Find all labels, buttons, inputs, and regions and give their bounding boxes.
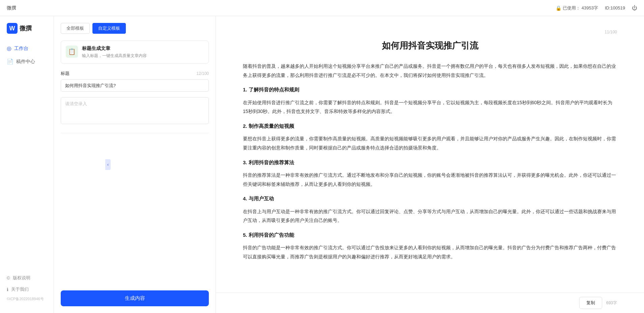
tab-all-templates[interactable]: 全部模板 <box>61 23 90 34</box>
about-label: 关于我们 <box>11 286 29 292</box>
content-area: ‹ 全部模板 自定义模板 📋 标题生成文章 输入标题，一键生成高质量文章内容 标… <box>54 16 644 313</box>
article-heading: 3. 利用抖音的推荐算法 <box>243 158 617 168</box>
left-panel: 全部模板 自定义模板 📋 标题生成文章 输入标题，一键生成高质量文章内容 标题 … <box>54 16 216 313</box>
article-content: 11/100 如何用抖音实现推广引流 随着抖音的普及，越来越多的人开始利用这个短… <box>216 16 644 292</box>
usage-count: 43953字 <box>582 5 598 11</box>
sidebar: W 微撰 ◎ 工作台 📄 稿件中心 © 版权说明 ℹ <box>0 16 54 313</box>
template-card[interactable]: 📋 标题生成文章 输入标题，一键生成高质量文章内容 <box>61 40 209 64</box>
article-heading: 5. 利用抖音的广告功能 <box>243 230 617 240</box>
article-paragraph: 要想在抖音上获得更多的流量，你需要制作高质量的短视频。高质量的短视频能够吸引更多… <box>243 134 617 152</box>
sidebar-bottom: © 版权说明 ℹ 关于我们 ©ICP备2022018946号 <box>0 272 54 306</box>
topbar-id: ID:100519 <box>605 5 625 10</box>
usage-label: 已使用： <box>563 5 580 11</box>
template-tabs: 全部模板 自定义模板 <box>61 23 209 34</box>
sidebar-item-about[interactable]: ℹ 关于我们 <box>0 284 54 295</box>
template-desc: 输入标题，一键生成高质量文章内容 <box>82 53 204 59</box>
sidebar-item-workspace[interactable]: ◎ 工作台 <box>0 42 54 55</box>
icp-text: ©ICP备2022018946号 <box>0 295 54 303</box>
tab-custom-templates[interactable]: 自定义模板 <box>92 23 126 34</box>
article-title: 如何用抖音实现推广引流 <box>243 40 617 52</box>
power-icon[interactable]: ⏻ <box>632 5 637 11</box>
usage-icon: 🔒 <box>556 5 561 11</box>
field-title-count: 12/100 <box>196 71 209 76</box>
right-panel-footer: 复制 693字 <box>216 292 644 313</box>
word-count: 693字 <box>606 300 617 306</box>
article-body: 随着抖音的普及，越来越多的人开始利用这个短视频分享平台来推广自己的产品或服务。抖… <box>243 62 617 261</box>
sidebar-nav: ◎ 工作台 📄 稿件中心 <box>0 42 54 68</box>
sidebar-item-copyright[interactable]: © 版权说明 <box>0 272 54 284</box>
topbar: 微撰 🔒 已使用： 43953字 ID:100519 ⏻ <box>0 0 644 16</box>
copyright-label: 版权说明 <box>13 275 30 281</box>
template-name: 标题生成文章 <box>82 46 204 52</box>
template-info: 标题生成文章 输入标题，一键生成高质量文章内容 <box>82 46 204 59</box>
divider <box>61 133 209 133</box>
topbar-usage: 🔒 已使用： 43953字 <box>556 5 598 11</box>
article-paragraph: 抖音的广告功能是一种非常有效的推广引流方式。你可以通过广告投放来让更多的人看到你… <box>243 243 617 261</box>
drafts-icon: 📄 <box>7 58 13 65</box>
sidebar-item-workspace-label: 工作台 <box>14 46 28 52</box>
about-icon: ℹ <box>7 287 8 292</box>
article-page-count: 11/100 <box>243 30 617 34</box>
logo-text: 微撰 <box>20 24 32 32</box>
topbar-right: 🔒 已使用： 43953字 ID:100519 ⏻ <box>556 5 637 11</box>
title-input[interactable] <box>61 79 209 92</box>
article-paragraph: 在开始使用抖音进行推广引流之前，你需要了解抖音的特点和规则。抖音是一个短视频分享… <box>243 98 617 116</box>
extra-placeholder-text: 请清空录入 <box>65 101 87 106</box>
sidebar-logo: W 微撰 <box>0 23 54 42</box>
main-layout: W 微撰 ◎ 工作台 📄 稿件中心 © 版权说明 ℹ <box>0 16 644 313</box>
article-heading: 2. 制作高质量的短视频 <box>243 121 617 131</box>
article-paragraph: 随着抖音的普及，越来越多的人开始利用这个短视频分享平台来推广自己的产品或服务。抖… <box>243 62 617 80</box>
right-panel: 11/100 如何用抖音实现推广引流 随着抖音的普及，越来越多的人开始利用这个短… <box>216 16 644 313</box>
generate-button[interactable]: 生成内容 <box>61 290 209 306</box>
article-paragraph: 在抖音上与用户互动是一种非常有效的推广引流方式。你可以通过回复评论、点赞、分享等… <box>243 207 617 225</box>
article-paragraph: 抖音的推荐算法是一种非常有效的推广引流方式。通过不断地发布和分享自己的短视频，你… <box>243 171 617 189</box>
topbar-title: 微撰 <box>7 5 16 11</box>
workspace-icon: ◎ <box>7 45 11 52</box>
collapse-arrow[interactable]: ‹ <box>105 159 111 170</box>
article-heading: 4. 与用户互动 <box>243 194 617 204</box>
sidebar-item-drafts-label: 稿件中心 <box>16 59 35 65</box>
copy-button[interactable]: 复制 <box>579 297 602 309</box>
template-card-icon: 📋 <box>66 46 78 58</box>
field-title-label-row: 标题 12/100 <box>61 70 209 77</box>
sidebar-item-drafts[interactable]: 📄 稿件中心 <box>0 55 54 68</box>
field-title-label: 标题 <box>61 70 69 77</box>
article-heading: 1. 了解抖音的特点和规则 <box>243 85 617 95</box>
copyright-icon: © <box>7 276 10 281</box>
logo-icon: W <box>7 23 18 34</box>
extra-field-placeholder[interactable]: 请清空录入 <box>61 97 209 124</box>
